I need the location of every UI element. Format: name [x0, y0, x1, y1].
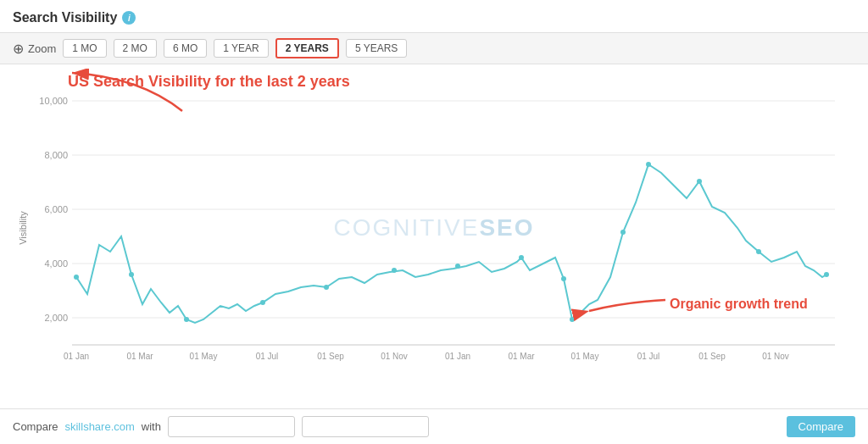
chart-dot [74, 275, 79, 280]
chart-dot [646, 162, 651, 167]
svg-text:01 Nov: 01 Nov [762, 352, 789, 361]
svg-text:01 Jul: 01 Jul [637, 352, 660, 361]
svg-text:01 Jan: 01 Jan [64, 352, 89, 361]
compare-input-2[interactable] [302, 416, 429, 437]
toolbar: ⊕ Zoom 1 MO 2 MO 6 MO 1 YEAR 2 YEARS 5 Y… [0, 32, 868, 64]
svg-text:01 Mar: 01 Mar [508, 352, 535, 361]
line-chart: 10,000 8,000 6,000 4,000 2,000 01 Jan 01… [30, 92, 852, 364]
svg-text:10,000: 10,000 [39, 96, 68, 106]
svg-text:01 Jan: 01 Jan [445, 352, 470, 361]
btn-1mo[interactable]: 1 MO [63, 39, 106, 58]
chart-dot [260, 300, 265, 305]
btn-5years[interactable]: 5 YEARS [346, 39, 407, 58]
svg-text:8,000: 8,000 [44, 150, 68, 160]
chart-dot [697, 179, 702, 184]
svg-text:01 May: 01 May [190, 352, 218, 361]
chart-dot [519, 255, 524, 260]
chart-annotation-title: US Search Visibility for the last 2 year… [68, 73, 350, 91]
info-icon[interactable]: i [122, 11, 136, 25]
chart-dot [570, 317, 575, 322]
chart-dot [455, 264, 460, 269]
header: Search Visibility i [0, 0, 868, 32]
compare-text: Compare [13, 420, 58, 433]
footer: Compare skillshare.com with Compare [0, 408, 868, 444]
zoom-circle-icon: ⊕ [13, 41, 24, 57]
svg-text:01 Jul: 01 Jul [256, 352, 279, 361]
compare-button[interactable]: Compare [787, 416, 855, 437]
btn-1year[interactable]: 1 YEAR [214, 39, 268, 58]
svg-text:01 Sep: 01 Sep [317, 352, 344, 361]
chart-dot [756, 249, 761, 254]
btn-2mo[interactable]: 2 MO [114, 39, 157, 58]
chart-dot [620, 230, 626, 235]
page-container: Search Visibility i ⊕ Zoom 1 MO 2 MO 6 M… [0, 0, 868, 444]
with-text: with [142, 420, 161, 433]
svg-text:01 May: 01 May [571, 352, 599, 361]
y-axis-label: Visibility [18, 211, 28, 245]
svg-text:6,000: 6,000 [44, 204, 68, 214]
chart-dot [129, 272, 134, 277]
chart-dot [324, 285, 329, 290]
chart-dot [561, 276, 566, 281]
compare-input-1[interactable] [168, 416, 295, 437]
svg-text:4,000: 4,000 [44, 258, 68, 269]
domain-link[interactable]: skillshare.com [64, 420, 134, 433]
btn-6mo[interactable]: 6 MO [164, 39, 207, 58]
svg-text:01 Sep: 01 Sep [698, 352, 726, 361]
organic-label: Organic growth trend [670, 297, 808, 311]
chart-dot [184, 317, 189, 322]
btn-2years[interactable]: 2 YEARS [275, 38, 339, 58]
chart-dot [392, 268, 397, 273]
svg-text:01 Mar: 01 Mar [126, 352, 153, 361]
svg-text:01 Nov: 01 Nov [381, 352, 408, 361]
svg-text:2,000: 2,000 [44, 313, 68, 323]
zoom-label: ⊕ Zoom [13, 41, 56, 57]
chart-dot [824, 272, 829, 277]
page-title: Search Visibility [13, 10, 117, 25]
